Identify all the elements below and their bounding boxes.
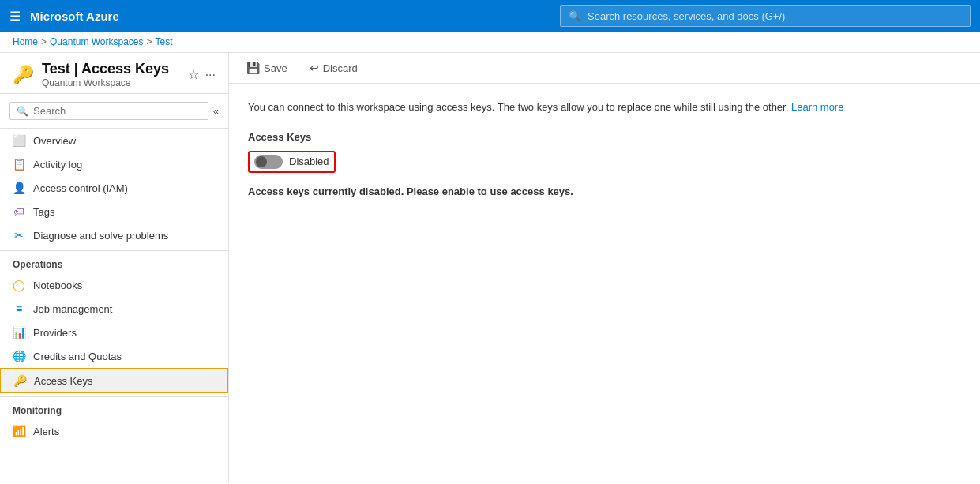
sidebar-item-label: Activity log — [33, 159, 82, 171]
breadcrumb: Home > Quantum Workspaces > Test — [0, 32, 980, 53]
sidebar-item-diagnose[interactable]: ✂ Diagnose and solve problems — [0, 223, 228, 247]
sidebar-item-label: Providers — [33, 327, 77, 339]
content-area: 💾 Save ↩ Discard You can connect to this… — [229, 53, 980, 482]
access-keys-section-label: Access Keys — [248, 131, 961, 143]
sidebar-item-alerts[interactable]: 📶 Alerts — [0, 419, 228, 443]
save-button[interactable]: 💾 Save — [242, 59, 292, 77]
more-options-icon[interactable]: ··· — [205, 68, 216, 82]
alerts-icon: 📶 — [13, 425, 25, 437]
sidebar-search-container: 🔍 « — [0, 94, 228, 129]
diagnose-icon: ✂ — [13, 229, 25, 242]
learn-more-link[interactable]: Learn more — [791, 101, 843, 113]
page-subtitle: Quantum Workspace — [42, 77, 180, 88]
sidebar-item-credits-quotas[interactable]: 🌐 Credits and Quotas — [0, 344, 228, 368]
toolbar: 💾 Save ↩ Discard — [229, 53, 980, 84]
discard-button[interactable]: ↩ Discard — [305, 59, 362, 77]
breadcrumb-test[interactable]: Test — [156, 36, 173, 47]
sidebar-item-notebooks[interactable]: ◯ Notebooks — [0, 273, 228, 297]
notebooks-icon: ◯ — [13, 279, 25, 291]
sidebar-search-box[interactable]: 🔍 — [9, 102, 208, 120]
sidebar-item-access-keys[interactable]: 🔑 Access Keys — [0, 368, 228, 393]
breadcrumb-sep-1: > — [41, 36, 47, 47]
page-header-icon: 🔑 — [13, 65, 34, 85]
breadcrumb-sep-2: > — [147, 36, 152, 47]
favorite-icon[interactable]: ☆ — [188, 67, 199, 82]
activity-log-icon: 📋 — [13, 158, 25, 171]
sidebar-search-input[interactable] — [33, 105, 201, 117]
sidebar-item-tags[interactable]: 🏷 Tags — [0, 200, 228, 223]
save-label: Save — [264, 62, 287, 74]
page-title: Test | Access Keys — [42, 61, 180, 77]
sidebar-item-activity-log[interactable]: 📋 Activity log — [0, 152, 228, 176]
page-header: 🔑 Test | Access Keys Quantum Workspace ☆… — [0, 53, 228, 94]
sidebar-item-label: Tags — [33, 206, 54, 218]
breadcrumb-home[interactable]: Home — [13, 36, 38, 47]
global-search-input[interactable] — [588, 10, 962, 22]
sidebar-search-icon: 🔍 — [17, 106, 28, 117]
sidebar-item-overview[interactable]: ⬜ Overview — [0, 129, 228, 152]
sidebar-item-label: Access Keys — [34, 375, 92, 387]
toggle-knob — [256, 156, 267, 167]
discard-label: Discard — [323, 62, 358, 74]
sidebar-item-label: Diagnose and solve problems — [33, 230, 168, 242]
content-body: You can connect to this workspace using … — [229, 84, 980, 482]
sidebar-collapse-button[interactable]: « — [213, 105, 219, 117]
operations-section-label: Operations — [0, 250, 228, 273]
access-keys-toggle[interactable] — [254, 155, 283, 169]
providers-icon: 📊 — [13, 326, 25, 339]
access-control-icon: 👤 — [13, 182, 25, 194]
overview-icon: ⬜ — [13, 134, 25, 147]
app-title: Microsoft Azure — [30, 9, 119, 23]
sidebar-nav: ⬜ Overview 📋 Activity log 👤 Access contr… — [0, 129, 228, 482]
save-icon: 💾 — [246, 62, 260, 74]
sidebar: 🔑 Test | Access Keys Quantum Workspace ☆… — [0, 53, 229, 482]
info-text: You can connect to this workspace using … — [248, 99, 961, 115]
sidebar-item-label: Notebooks — [33, 280, 82, 291]
sidebar-item-access-control[interactable]: 👤 Access control (IAM) — [0, 176, 228, 200]
sidebar-item-label: Alerts — [33, 426, 59, 437]
monitoring-section-label: Monitoring — [0, 396, 228, 419]
sidebar-item-label: Access control (IAM) — [33, 182, 128, 194]
tags-icon: 🏷 — [13, 205, 25, 218]
credits-icon: 🌐 — [13, 350, 25, 362]
main-layout: 🔑 Test | Access Keys Quantum Workspace ☆… — [0, 53, 980, 482]
sidebar-item-label: Overview — [33, 135, 76, 147]
hamburger-icon[interactable]: ☰ — [9, 9, 21, 24]
access-keys-icon: 🔑 — [13, 374, 26, 387]
sidebar-item-job-management[interactable]: ≡ Job management — [0, 297, 228, 321]
discard-icon: ↩ — [310, 62, 319, 74]
sidebar-item-label: Credits and Quotas — [33, 351, 122, 362]
toggle-wrapper: Disabled — [248, 151, 336, 173]
sidebar-item-label: Job management — [33, 303, 112, 315]
sidebar-item-providers[interactable]: 📊 Providers — [0, 321, 228, 344]
topbar: ☰ Microsoft Azure 🔍 — [0, 0, 980, 32]
toggle-row: Disabled — [248, 151, 961, 173]
global-search[interactable]: 🔍 — [560, 5, 971, 27]
page-header-actions: ☆ ··· — [188, 67, 216, 82]
page-header-text: Test | Access Keys Quantum Workspace — [42, 61, 180, 88]
search-icon: 🔍 — [569, 10, 581, 22]
toggle-state-label: Disabled — [289, 156, 329, 167]
disabled-message: Access keys currently disabled. Please e… — [248, 186, 961, 197]
job-management-icon: ≡ — [13, 302, 25, 315]
breadcrumb-quantum[interactable]: Quantum Workspaces — [50, 36, 144, 47]
